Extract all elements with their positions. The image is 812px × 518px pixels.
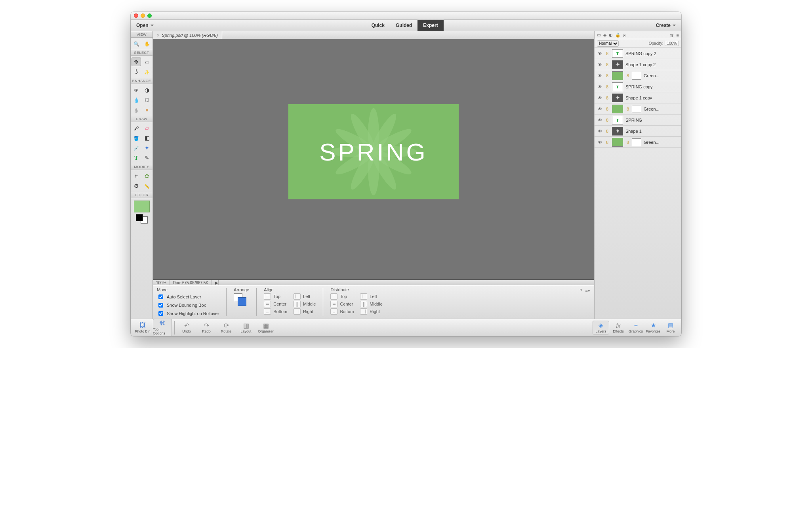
visibility-icon[interactable]: 👁: [597, 107, 602, 111]
layer-name[interactable]: Green...: [644, 140, 679, 145]
tab-expert[interactable]: Expert: [417, 20, 443, 31]
hand-tool[interactable]: [142, 39, 152, 48]
layer-row[interactable]: 👁8TSPRING copy 2: [595, 48, 681, 59]
new-layer-icon[interactable]: ▭: [597, 32, 601, 38]
link-icon[interactable]: 8: [605, 129, 610, 134]
visibility-icon[interactable]: 👁: [597, 84, 602, 89]
help-icon[interactable]: ?: [579, 288, 582, 293]
layer-row[interactable]: 👁8TSPRING copy: [595, 81, 681, 92]
layer-row[interactable]: 👁88Green...: [595, 103, 681, 115]
eraser-tool[interactable]: [142, 124, 152, 132]
dist-middle[interactable]: ║Middle: [360, 301, 382, 307]
close-window-icon[interactable]: [134, 13, 138, 18]
adjustment-layer-icon[interactable]: ◐: [609, 32, 613, 38]
gradient-tool[interactable]: [142, 134, 152, 142]
layer-name[interactable]: Shape 1 copy: [625, 96, 679, 100]
visibility-icon[interactable]: 👁: [597, 51, 602, 56]
blur-tool[interactable]: [132, 105, 141, 114]
highlight-rollover-input[interactable]: [158, 311, 163, 316]
visibility-icon[interactable]: 👁: [597, 62, 602, 67]
dist-left[interactable]: ⎸Left: [360, 293, 382, 300]
redo-button[interactable]: ↷Redo: [197, 321, 216, 335]
layer-row[interactable]: 👁8Shape 1 copy: [595, 92, 681, 103]
recompose-tool[interactable]: [142, 172, 152, 180]
create-menu[interactable]: Create: [654, 21, 678, 30]
show-bounding-box-input[interactable]: [158, 303, 163, 308]
align-left[interactable]: ⎸Left: [294, 293, 316, 300]
link-icon[interactable]: 8: [605, 51, 610, 56]
lasso-tool[interactable]: [132, 67, 141, 76]
tab-guided[interactable]: Guided: [390, 20, 417, 31]
layer-row[interactable]: 👁8TSPRING: [595, 115, 681, 126]
layer-row[interactable]: 👁88Green...: [595, 70, 681, 81]
type-tool[interactable]: [132, 153, 141, 162]
layer-name[interactable]: Green...: [644, 107, 679, 111]
redeye-tool[interactable]: [132, 86, 141, 94]
link-icon[interactable]: 8: [605, 62, 610, 67]
visibility-icon[interactable]: 👁: [597, 118, 602, 122]
layer-row[interactable]: 👁8Shape 1: [595, 126, 681, 137]
layer-name[interactable]: Shape 1: [625, 129, 679, 134]
link-icon[interactable]: 8: [605, 84, 610, 89]
link-icon[interactable]: 8: [605, 118, 610, 122]
shape-tool[interactable]: [142, 143, 152, 152]
link-icon[interactable]: 8: [605, 107, 610, 111]
layers-button[interactable]: ◈Layers: [593, 321, 609, 335]
align-right[interactable]: ⎹Right: [294, 308, 316, 315]
delete-layer-icon[interactable]: 🗑: [670, 33, 674, 38]
dist-top[interactable]: ⎺Top: [330, 293, 354, 300]
align-center[interactable]: ═Center: [264, 301, 287, 307]
blend-mode-select[interactable]: Normal: [597, 40, 619, 47]
spot-heal-tool[interactable]: [142, 86, 152, 94]
minimize-window-icon[interactable]: [141, 13, 145, 18]
effects-button[interactable]: fxEffects: [610, 321, 627, 335]
link-layers-icon[interactable]: ⎘: [623, 33, 626, 38]
brush-tool[interactable]: [132, 124, 141, 132]
quick-select-tool[interactable]: [142, 67, 152, 76]
mask-link-icon[interactable]: 8: [625, 73, 630, 78]
align-top[interactable]: ⎺Top: [264, 293, 287, 300]
document-tab[interactable]: × Spring.psd @ 100% (RGB/8): [153, 31, 222, 39]
visibility-icon[interactable]: 👁: [597, 140, 602, 145]
undo-button[interactable]: ↶Undo: [177, 321, 196, 335]
status-more-icon[interactable]: ▶: [212, 280, 219, 285]
auto-select-layer-check[interactable]: Auto Select Layer: [157, 293, 219, 300]
visibility-icon[interactable]: 👁: [597, 73, 602, 78]
docsize-readout[interactable]: Doc: 675.0K/667.5K: [170, 280, 212, 285]
zoom-window-icon[interactable]: [147, 13, 152, 18]
content-aware-tool[interactable]: [132, 182, 141, 190]
foreground-swatch[interactable]: [134, 201, 150, 212]
eyedrop-tool[interactable]: [132, 143, 141, 152]
canvas-area[interactable]: SPRING: [153, 39, 594, 280]
link-icon[interactable]: 8: [605, 73, 610, 78]
favorites-button[interactable]: ★Favorites: [645, 321, 661, 335]
tab-quick[interactable]: Quick: [366, 20, 390, 31]
lock-layer-icon[interactable]: 🔒: [615, 32, 621, 38]
new-group-icon[interactable]: ◈: [603, 32, 606, 38]
arrange-menu[interactable]: [234, 293, 248, 308]
show-bounding-box-check[interactable]: Show Bounding Box: [157, 302, 219, 309]
panel-menu-icon[interactable]: ≡▾: [585, 288, 590, 293]
visibility-icon[interactable]: 👁: [597, 96, 602, 100]
layer-name[interactable]: Green...: [644, 73, 679, 78]
rotate-button[interactable]: ⟳Rotate: [217, 321, 236, 335]
align-middle[interactable]: ║Middle: [294, 301, 316, 307]
mask-link-icon[interactable]: 8: [625, 140, 630, 145]
zoom-tool[interactable]: [132, 39, 141, 48]
align-bottom[interactable]: ⎽Bottom: [264, 308, 287, 315]
layer-name[interactable]: Shape 1 copy 2: [625, 62, 679, 67]
marquee-tool[interactable]: [142, 57, 152, 66]
layout-button[interactable]: ▥Layout: [236, 321, 255, 335]
graphics-button[interactable]: ＋Graphics: [627, 321, 644, 335]
panel-menu-icon[interactable]: ≡: [677, 33, 679, 38]
opacity-value[interactable]: 100%: [665, 41, 679, 46]
layer-name[interactable]: SPRING copy 2: [625, 51, 679, 56]
tool-options-button[interactable]: 🛠 Tool Options: [153, 319, 172, 336]
layer-name[interactable]: SPRING copy: [625, 84, 679, 89]
sponge-tool[interactable]: [142, 105, 152, 114]
crop-tool[interactable]: [132, 172, 141, 180]
move-tool[interactable]: [132, 57, 141, 66]
close-tab-icon[interactable]: ×: [157, 33, 159, 38]
dist-center[interactable]: ═Center: [330, 301, 354, 307]
open-menu[interactable]: Open: [134, 21, 156, 30]
